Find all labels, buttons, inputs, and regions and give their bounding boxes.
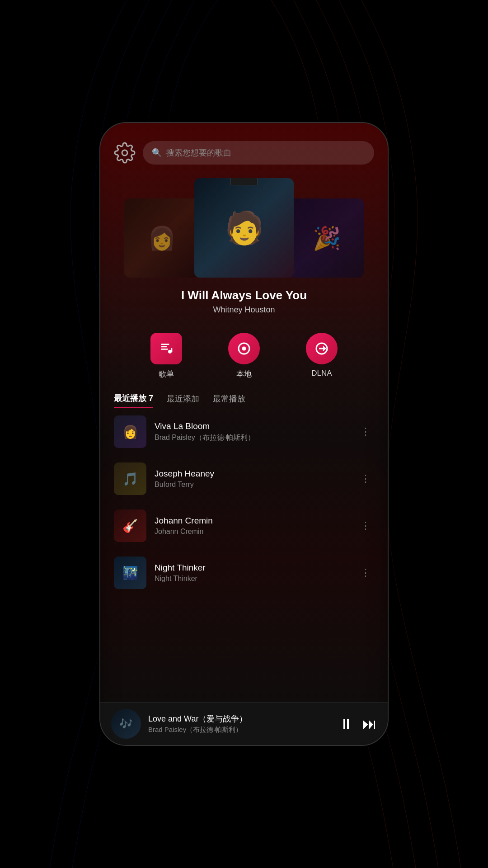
more-icon-1[interactable]: ⋮	[357, 422, 374, 441]
featured-song-info: I Will Always Love You Whitney Houston	[100, 278, 388, 319]
now-playing-meta: Love and War（爱与战争） Brad Paisley（布拉德·帕斯利）	[148, 713, 332, 734]
nav-icons: 歌单 本地	[100, 324, 388, 388]
song-row-3[interactable]: 🎸 Johann Cremin Johann Cremin ⋮	[100, 502, 388, 549]
song-meta-2: Joseph Heaney Buford Terry	[155, 469, 349, 489]
song-subtitle-2: Buford Terry	[155, 481, 349, 489]
song-subtitle-3: Johann Cremin	[155, 528, 349, 536]
nav-label-playlist: 歌单	[159, 369, 174, 379]
phone-frame: 🔍 搜索您想要的歌曲 👩 🧑	[99, 122, 389, 746]
song-thumb-1: 👩	[114, 415, 146, 448]
song-row-4[interactable]: 🌃 Night Thinker Night Thinker ⋮	[100, 549, 388, 596]
song-subtitle-4: Night Thinker	[155, 575, 349, 583]
local-icon	[228, 333, 260, 364]
header: 🔍 搜索您想要的歌曲	[100, 123, 388, 174]
featured-song-artist: Whitney Houston	[109, 305, 379, 315]
tab-recent-play[interactable]: 最近播放 7	[114, 393, 153, 408]
svg-rect-1	[161, 344, 169, 345]
album-card-left[interactable]: 👩	[124, 198, 199, 278]
album-card-center[interactable]: 🧑	[194, 178, 294, 278]
pause-button[interactable]: ⏸	[339, 717, 353, 731]
nav-label-dlna: DLNA	[311, 369, 332, 378]
song-title-2: Joseph Heaney	[155, 469, 349, 479]
song-meta-3: Johann Cremin Johann Cremin	[155, 516, 349, 536]
svg-rect-2	[161, 346, 167, 348]
song-thumb-3: 🎸	[114, 509, 146, 542]
svg-point-7	[242, 347, 246, 351]
song-thumb-2: 🎵	[114, 462, 146, 495]
album-card-right[interactable]: 🎉	[289, 198, 364, 278]
nav-item-playlist[interactable]: 歌单	[150, 333, 182, 379]
search-icon: 🔍	[152, 148, 162, 158]
tab-most-played[interactable]: 最常播放	[213, 393, 245, 408]
vinyl-notch	[230, 178, 258, 185]
svg-point-0	[122, 150, 127, 156]
song-list: 👩 Viva La Bloom Brad Paisley（布拉德·帕斯利） ⋮ …	[100, 408, 388, 702]
playlist-icon	[150, 333, 182, 364]
now-playing-bar[interactable]: 🎶 Love and War（爱与战争） Brad Paisley（布拉德·帕斯…	[100, 702, 388, 745]
song-title-1: Viva La Bloom	[155, 421, 349, 431]
song-row-2[interactable]: 🎵 Joseph Heaney Buford Terry ⋮	[100, 455, 388, 502]
song-title-4: Night Thinker	[155, 563, 349, 573]
now-playing-emoji: 🎶	[119, 717, 133, 730]
svg-rect-5	[171, 348, 173, 352]
featured-song-title: I Will Always Love You	[109, 288, 379, 302]
now-playing-title: Love and War（爱与战争）	[148, 713, 332, 724]
search-placeholder: 搜索您想要的歌曲	[166, 147, 231, 158]
nav-label-local: 本地	[236, 369, 252, 379]
settings-icon[interactable]	[114, 142, 136, 164]
more-icon-2[interactable]: ⋮	[357, 469, 374, 488]
next-button[interactable]: ⏭	[362, 717, 377, 731]
svg-rect-3	[161, 349, 168, 350]
song-meta-4: Night Thinker Night Thinker	[155, 563, 349, 583]
nav-item-dlna[interactable]: DLNA	[306, 333, 338, 379]
now-playing-controls: ⏸ ⏭	[339, 717, 377, 731]
tabs-bar: 最近播放 7 最近添加 最常播放	[100, 388, 388, 408]
phone-content: 🔍 搜索您想要的歌曲 👩 🧑	[100, 123, 388, 745]
song-thumb-4: 🌃	[114, 557, 146, 589]
song-row-1[interactable]: 👩 Viva La Bloom Brad Paisley（布拉德·帕斯利） ⋮	[100, 408, 388, 455]
song-subtitle-1: Brad Paisley（布拉德·帕斯利）	[155, 433, 349, 443]
more-icon-3[interactable]: ⋮	[357, 516, 374, 535]
album-carousel: 👩 🧑 🎉	[100, 174, 388, 278]
song-title-3: Johann Cremin	[155, 516, 349, 526]
search-bar[interactable]: 🔍 搜索您想要的歌曲	[143, 141, 374, 165]
now-playing-thumb: 🎶	[111, 709, 141, 739]
dlna-icon	[306, 333, 338, 364]
song-meta-1: Viva La Bloom Brad Paisley（布拉德·帕斯利）	[155, 421, 349, 443]
phone-wrapper: 🔍 搜索您想要的歌曲 👩 🧑	[99, 122, 389, 746]
now-playing-artist: Brad Paisley（布拉德·帕斯利）	[148, 726, 332, 734]
more-icon-4[interactable]: ⋮	[357, 563, 374, 582]
tab-recently-added[interactable]: 最近添加	[167, 393, 199, 408]
nav-item-local[interactable]: 本地	[228, 333, 260, 379]
